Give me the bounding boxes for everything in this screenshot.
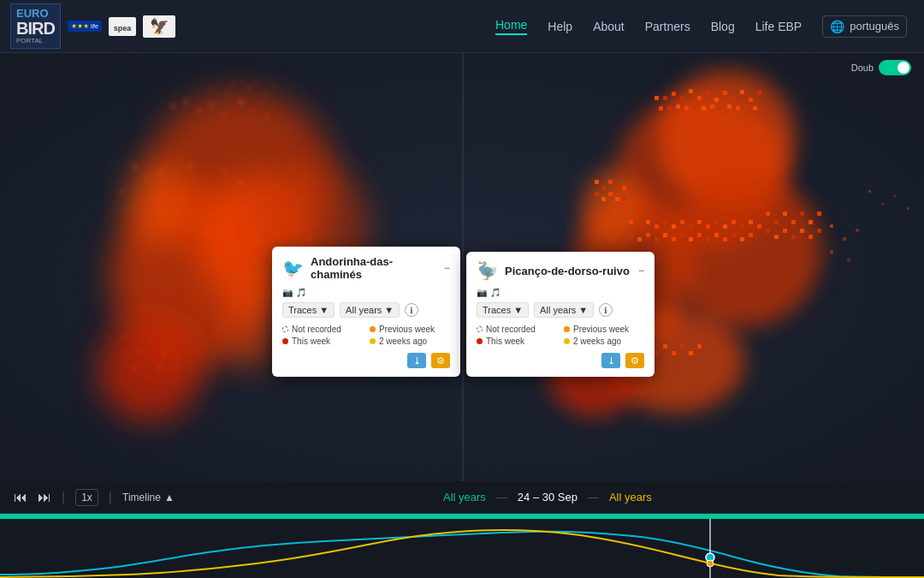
svg-rect-24 bbox=[257, 173, 260, 176]
tl-dash-2: — bbox=[588, 491, 599, 504]
svg-rect-167 bbox=[808, 235, 813, 239]
nav-help[interactable]: Help bbox=[548, 20, 572, 33]
skip-button[interactable]: ⏭ bbox=[38, 490, 51, 505]
dot-orange-2 bbox=[564, 326, 570, 332]
svg-point-5 bbox=[227, 284, 278, 370]
card-close-2[interactable]: − bbox=[638, 265, 644, 277]
svg-rect-94 bbox=[595, 192, 599, 196]
svg-rect-48 bbox=[139, 210, 142, 212]
legend-this-week-2: This week bbox=[477, 337, 557, 346]
svg-rect-127 bbox=[714, 233, 719, 237]
dot-empty-1 bbox=[282, 326, 288, 332]
dot-yellow-2 bbox=[564, 338, 570, 344]
svg-rect-151 bbox=[672, 351, 676, 355]
svg-rect-121 bbox=[663, 233, 667, 237]
svg-rect-29 bbox=[205, 229, 209, 232]
svg-rect-10 bbox=[210, 103, 213, 106]
card-action-icons-2: ⤓ ⚙ bbox=[477, 353, 644, 368]
toggle-switch[interactable] bbox=[879, 60, 911, 75]
svg-rect-12 bbox=[240, 100, 243, 104]
tl-label-left: All years bbox=[443, 491, 486, 504]
nav-life-ebp[interactable]: Life EBP bbox=[755, 20, 802, 33]
svg-rect-171 bbox=[856, 229, 859, 232]
card-close-1[interactable]: − bbox=[444, 262, 450, 274]
double-map-toggle[interactable]: Doub bbox=[851, 60, 911, 75]
svg-rect-98 bbox=[615, 197, 619, 201]
svg-rect-130 bbox=[740, 237, 744, 241]
logo-area: EURO BIRD PORTAL ★★★ life spea 🦅 bbox=[0, 3, 222, 49]
svg-rect-154 bbox=[697, 344, 702, 349]
svg-rect-84 bbox=[702, 106, 706, 110]
svg-rect-78 bbox=[757, 91, 761, 95]
svg-rect-165 bbox=[791, 235, 796, 239]
svg-rect-114 bbox=[740, 224, 744, 229]
svg-rect-86 bbox=[719, 106, 723, 110]
svg-rect-161 bbox=[817, 212, 821, 216]
legend-prev-week-1: Previous week bbox=[370, 325, 450, 334]
svg-rect-72 bbox=[706, 91, 710, 95]
period-select-2[interactable]: All years ▼ bbox=[534, 302, 594, 318]
svg-rect-128 bbox=[723, 237, 727, 241]
logo-bird-text: BIRD bbox=[16, 19, 55, 39]
download-icon-2[interactable]: ⤓ bbox=[601, 353, 620, 368]
dot-yellow-1 bbox=[370, 338, 376, 344]
svg-rect-110 bbox=[706, 224, 710, 229]
info-btn-2[interactable]: ℹ bbox=[599, 303, 613, 317]
svg-rect-51 bbox=[218, 80, 221, 83]
nav-home[interactable]: Home bbox=[495, 18, 527, 35]
svg-rect-163 bbox=[774, 235, 779, 239]
svg-rect-67 bbox=[663, 96, 667, 100]
svg-rect-92 bbox=[601, 186, 606, 190]
svg-rect-76 bbox=[740, 90, 744, 94]
svg-rect-99 bbox=[622, 186, 626, 190]
period-chevron-1: ▼ bbox=[384, 305, 394, 315]
timeline-mode-button[interactable]: Timeline ▲ bbox=[122, 492, 175, 504]
header: EURO BIRD PORTAL ★★★ life spea 🦅 Home He… bbox=[0, 0, 924, 53]
bird-logo: EURO BIRD PORTAL bbox=[16, 8, 55, 45]
svg-rect-109 bbox=[697, 220, 702, 224]
timeline-center: All years — 24 – 30 Sep — All years bbox=[185, 491, 910, 504]
dot-red-1 bbox=[282, 338, 288, 344]
svg-rect-164 bbox=[783, 229, 787, 233]
svg-rect-102 bbox=[637, 224, 642, 229]
language-selector[interactable]: 🌐 português bbox=[822, 15, 907, 38]
svg-rect-111 bbox=[714, 220, 719, 224]
svg-rect-41 bbox=[133, 366, 136, 369]
svg-rect-35 bbox=[308, 237, 311, 241]
svg-rect-166 bbox=[800, 229, 804, 233]
card-header-1: 🐦 Andorinha-das-chaminés − bbox=[282, 255, 450, 281]
download-icon-1[interactable]: ⤓ bbox=[407, 353, 426, 368]
svg-rect-18 bbox=[171, 186, 175, 189]
svg-rect-89 bbox=[744, 104, 749, 109]
svg-rect-118 bbox=[637, 237, 642, 241]
svg-rect-7 bbox=[171, 104, 175, 108]
svg-rect-36 bbox=[124, 336, 127, 339]
svg-rect-71 bbox=[697, 96, 702, 100]
nav-about[interactable]: About bbox=[593, 20, 625, 33]
traces-select-1[interactable]: Traces ▼ bbox=[282, 302, 335, 318]
card-legend-1: Not recorded Previous week This week 2 w… bbox=[282, 325, 450, 346]
period-select-1[interactable]: All years ▼ bbox=[340, 302, 400, 318]
settings-icon-2[interactable]: ⚙ bbox=[625, 353, 644, 368]
svg-rect-45 bbox=[135, 194, 138, 197]
svg-rect-100 bbox=[622, 197, 626, 201]
svg-rect-149 bbox=[654, 351, 659, 355]
nav-blog[interactable]: Blog bbox=[711, 20, 735, 33]
svg-rect-101 bbox=[629, 220, 633, 224]
svg-rect-159 bbox=[800, 212, 804, 216]
map-area: Doub bbox=[0, 53, 924, 497]
tl-label-right: All years bbox=[609, 491, 652, 504]
svg-rect-122 bbox=[672, 237, 676, 241]
info-btn-1[interactable]: ℹ bbox=[405, 303, 418, 317]
map-separator bbox=[462, 53, 464, 497]
settings-icon-1[interactable]: ⚙ bbox=[431, 353, 450, 368]
svg-rect-11 bbox=[222, 113, 226, 116]
nav-partners[interactable]: Partners bbox=[645, 20, 690, 33]
speed-button[interactable]: 1x bbox=[75, 489, 98, 506]
svg-rect-116 bbox=[757, 224, 761, 229]
svg-rect-14 bbox=[265, 115, 269, 118]
svg-rect-39 bbox=[163, 353, 166, 356]
traces-select-2[interactable]: Traces ▼ bbox=[477, 302, 529, 318]
rewind-button[interactable]: ⏮ bbox=[14, 490, 27, 505]
logo-portal: PORTAL bbox=[16, 37, 55, 45]
